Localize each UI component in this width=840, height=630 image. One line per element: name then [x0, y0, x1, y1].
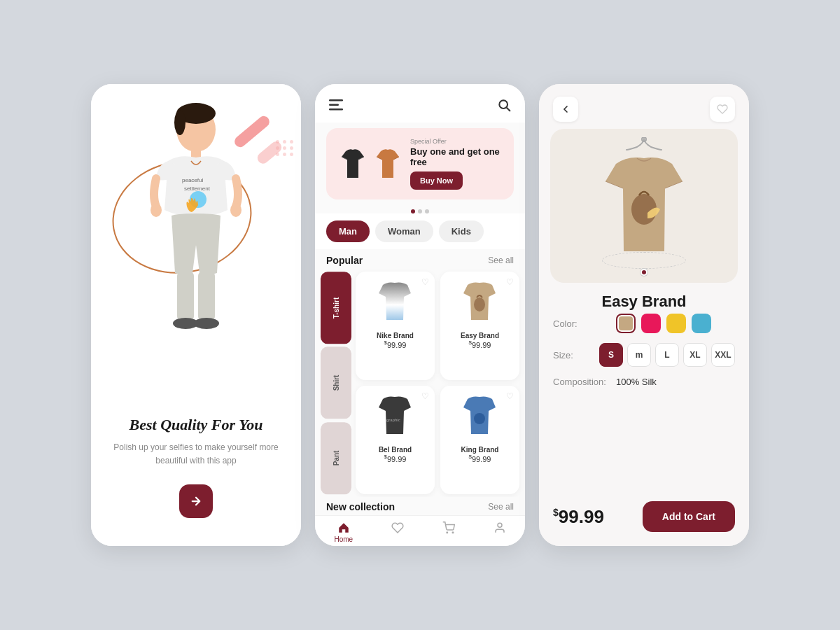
- wishlist-button[interactable]: [710, 97, 735, 122]
- banner-special-label: Special Offer: [410, 138, 503, 145]
- buy-now-button[interactable]: Buy Now: [410, 172, 463, 190]
- wishlist-icon-2[interactable]: ♡: [506, 277, 514, 287]
- composition-value: 100% Silk: [616, 377, 657, 387]
- svg-point-18: [474, 298, 485, 312]
- product-img-1: [371, 279, 420, 328]
- composition-row: Composition: 100% Silk: [553, 377, 735, 387]
- product-price: $99.99: [553, 506, 604, 528]
- screen-2: Special Offer Buy one and get one free B…: [315, 84, 525, 546]
- search-icon[interactable]: [497, 98, 511, 115]
- product-price-2: $99.99: [469, 340, 491, 349]
- size-s[interactable]: S: [599, 343, 623, 367]
- product-display: [550, 129, 738, 283]
- size-row: Size: S m L XL XXL: [553, 343, 735, 367]
- sidebar-tshirt[interactable]: T-shirt: [321, 272, 351, 344]
- svg-rect-15: [329, 108, 343, 111]
- product-details: Color: Size: S m L XL XXL Composition: 1…: [539, 314, 749, 491]
- add-to-cart-button[interactable]: Add to Cart: [643, 501, 735, 532]
- products-grid: ♡ Nike Brand $99.99: [351, 269, 525, 497]
- product-shadow: [602, 252, 686, 269]
- size-l[interactable]: L: [655, 343, 679, 367]
- product-brand-name: Easy Brand: [539, 293, 749, 311]
- tab-woman[interactable]: Woman: [375, 220, 433, 242]
- size-xxl[interactable]: XXL: [711, 343, 735, 367]
- svg-text:peaceful: peaceful: [182, 177, 203, 183]
- color-tan[interactable]: [616, 314, 636, 333]
- product-main-image: [588, 143, 700, 269]
- product-price-3: $99.99: [384, 454, 407, 463]
- screen1-title: Best Quality For You: [108, 416, 284, 434]
- svg-point-23: [498, 523, 502, 527]
- new-collection-see-all[interactable]: See all: [488, 502, 514, 512]
- svg-point-8: [230, 203, 241, 217]
- color-blue[interactable]: [692, 314, 711, 333]
- model-image: peaceful settlement: [133, 98, 259, 364]
- tab-man[interactable]: Man: [326, 220, 370, 242]
- wishlist-icon-3[interactable]: ♡: [421, 391, 429, 401]
- s2-header: [315, 84, 525, 122]
- s3-header: [539, 84, 749, 129]
- size-xl[interactable]: XL: [683, 343, 707, 367]
- menu-icon[interactable]: [329, 99, 343, 114]
- color-row: Color:: [553, 314, 735, 333]
- category-tabs: Man Woman Kids: [315, 214, 525, 249]
- banner-title: Buy one and get one free: [410, 146, 503, 167]
- sidebar-shirt[interactable]: Shirt: [321, 346, 351, 419]
- product-footer: $99.99 Add to Cart: [539, 491, 749, 546]
- screen1-subtitle: Polish up your selfies to make yourself …: [108, 441, 284, 468]
- svg-point-2: [174, 110, 186, 135]
- popular-label: Popular: [326, 255, 363, 266]
- product-img-4: [456, 393, 505, 442]
- composition-label: Composition:: [553, 377, 616, 387]
- back-button[interactable]: [553, 97, 578, 122]
- nav-cart[interactable]: [442, 522, 455, 543]
- nav-profile[interactable]: [493, 522, 506, 543]
- color-pink[interactable]: [641, 314, 661, 333]
- product-name-2: Easy Brand: [461, 332, 499, 340]
- new-collection-header: New collection See all: [315, 497, 525, 515]
- promo-banner: Special Offer Buy one and get one free B…: [326, 128, 514, 200]
- product-card-nike[interactable]: ♡ Nike Brand $99.99: [356, 272, 435, 380]
- s2-content: T-shirt Shirt Pant ♡: [315, 269, 525, 497]
- product-card-king[interactable]: ♡ King Brand $99.99: [440, 386, 519, 494]
- banner-tshirt-dark: [337, 146, 368, 182]
- size-label: Size:: [553, 350, 599, 360]
- product-name-3: Bel Brand: [379, 446, 412, 454]
- product-name-1: Nike Brand: [377, 332, 414, 340]
- nav-home-label: Home: [334, 536, 353, 543]
- product-img-3: graphic: [371, 393, 420, 442]
- category-sidebar: T-shirt Shirt Pant: [321, 269, 351, 497]
- product-name-4: King Brand: [461, 446, 499, 454]
- wishlist-icon-4[interactable]: ♡: [506, 391, 514, 401]
- screen-3: Easy Brand Color: Size: S m L XL XXL: [539, 84, 749, 546]
- svg-point-7: [150, 203, 162, 217]
- product-color-indicator: [640, 269, 648, 276]
- new-collection-label: New collection: [326, 501, 395, 512]
- banner-tshirt-brown: [372, 146, 403, 182]
- svg-point-20: [474, 413, 485, 424]
- svg-rect-9: [177, 272, 194, 321]
- sidebar-pant[interactable]: Pant: [321, 422, 351, 494]
- product-card-easy[interactable]: ♡ Easy Brand $99.99: [440, 272, 519, 380]
- wishlist-icon-1[interactable]: ♡: [421, 277, 429, 287]
- product-card-bel[interactable]: ♡ graphic Bel Brand $99.99: [356, 386, 435, 494]
- svg-point-22: [452, 532, 454, 533]
- svg-point-21: [447, 532, 448, 533]
- nav-home[interactable]: Home: [334, 522, 353, 543]
- size-buttons: S m L XL XXL: [599, 343, 735, 367]
- color-yellow[interactable]: [666, 314, 686, 333]
- nav-wishlist[interactable]: [391, 522, 404, 543]
- popular-see-all[interactable]: See all: [488, 255, 514, 265]
- svg-rect-13: [329, 99, 343, 102]
- svg-line-17: [507, 108, 510, 111]
- svg-rect-10: [198, 272, 215, 321]
- product-price-4: $99.99: [469, 454, 491, 463]
- svg-point-12: [194, 318, 219, 329]
- tab-kids[interactable]: Kids: [439, 220, 484, 242]
- screen1-text-block: Best Quality For You Polish up your self…: [91, 416, 301, 484]
- get-started-button[interactable]: [179, 484, 213, 518]
- color-swatches: [616, 314, 711, 333]
- size-m[interactable]: m: [627, 343, 651, 367]
- color-label: Color:: [553, 318, 616, 329]
- svg-rect-14: [329, 104, 339, 106]
